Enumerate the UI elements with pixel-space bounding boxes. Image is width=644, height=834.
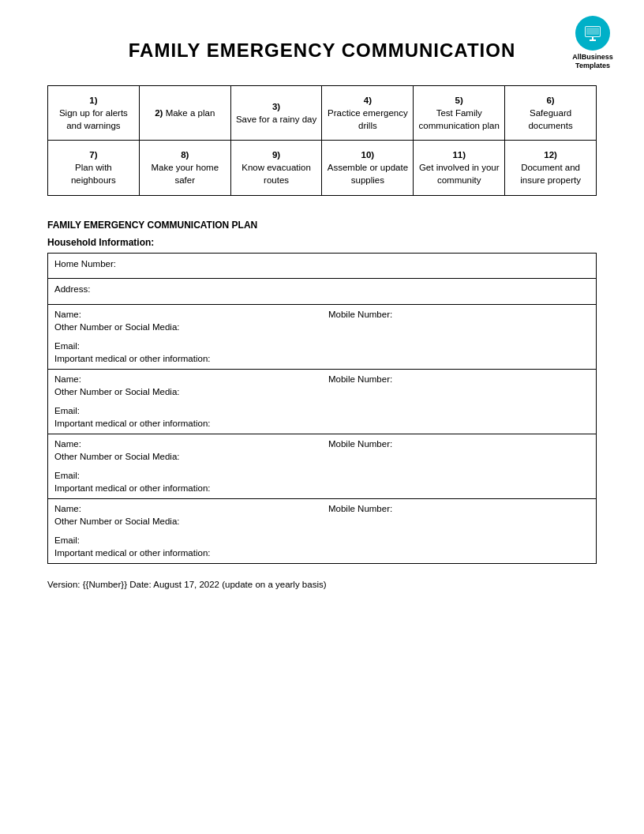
person-4-other-label: Other Number or Social Media: xyxy=(48,515,597,528)
step-12: 12)Document and insure property xyxy=(505,141,597,195)
address-label: Address: xyxy=(48,279,597,297)
person-4-mobile-label: Mobile Number: xyxy=(322,498,597,515)
step-4: 4)Practice emergency drills xyxy=(322,86,414,141)
person-2-email-spacer xyxy=(48,398,597,406)
person-3-email-spacer xyxy=(48,463,597,471)
step-6: 6)Safeguard documents xyxy=(505,86,597,141)
person-2-other-row: Other Number or Social Media: xyxy=(48,385,597,398)
person-2-medical-row: Important medical or other information: xyxy=(48,417,597,434)
logo-circle xyxy=(575,16,610,51)
person-1-email-row: Email: xyxy=(48,341,597,352)
home-number-row: Home Number: xyxy=(48,253,597,271)
person-4-medical-row: Important medical or other information: xyxy=(48,547,597,564)
step-3: 3)Save for a rainy day xyxy=(230,86,322,141)
step-7: 7)Plan with neighbours xyxy=(48,141,140,195)
person-3-medical-label: Important medical or other information: xyxy=(48,482,597,499)
person-1-medical-row: Important medical or other information: xyxy=(48,352,597,370)
brand-name: AllBusiness xyxy=(565,53,620,62)
address-row: Address: xyxy=(48,279,597,297)
step-8: 8)Make your home safer xyxy=(139,141,230,195)
person-3-email-label: Email: xyxy=(48,471,597,482)
person-1-email-label: Email: xyxy=(48,341,597,352)
person-3-other-row: Other Number or Social Media: xyxy=(48,450,597,463)
person-2-mobile-label: Mobile Number: xyxy=(322,369,597,385)
person-2-name-row: Name: Mobile Number: xyxy=(48,369,597,385)
person-4-email-spacer xyxy=(48,528,597,535)
step-10: 10)Assemble or update supplies xyxy=(322,141,414,195)
person-2-email-row: Email: xyxy=(48,406,597,417)
steps-row-2: 7)Plan with neighbours 8)Make your home … xyxy=(48,141,597,195)
person-4-other-row: Other Number or Social Media: xyxy=(48,515,597,528)
person-1-email-spacer xyxy=(48,333,597,341)
logo-area: AllBusiness Templates xyxy=(565,16,620,70)
svg-rect-4 xyxy=(586,28,599,35)
person-1-mobile-label: Mobile Number: xyxy=(322,304,597,321)
person-1-other-label: Other Number or Social Media: xyxy=(48,321,597,333)
steps-table: 1)Sign up for alerts and warnings 2) Mak… xyxy=(47,85,597,196)
address-spacer xyxy=(48,296,597,304)
brand-sub: Templates xyxy=(565,62,620,70)
step-1: 1)Sign up for alerts and warnings xyxy=(48,86,140,141)
home-number-spacer xyxy=(48,271,597,279)
step-2: 2) Make a plan xyxy=(139,86,230,141)
household-title: Household Information: xyxy=(47,237,597,248)
person-2-name-label: Name: xyxy=(48,369,323,385)
person-3-mobile-label: Mobile Number: xyxy=(322,434,597,450)
monitor-icon xyxy=(583,24,602,43)
person-3-name-row: Name: Mobile Number: xyxy=(48,434,597,450)
info-table: Home Number: Address: Name: Mobile Numbe… xyxy=(47,253,597,564)
person-4-name-label: Name: xyxy=(48,498,323,515)
home-number-label: Home Number: xyxy=(48,253,597,271)
version-text: Version: {{Number}} Date: August 17, 202… xyxy=(47,580,597,589)
person-3-other-label: Other Number or Social Media: xyxy=(48,450,597,463)
steps-row-1: 1)Sign up for alerts and warnings 2) Mak… xyxy=(48,86,597,141)
person-4-name-row: Name: Mobile Number: xyxy=(48,498,597,515)
person-1-name-row: Name: Mobile Number: xyxy=(48,304,597,321)
person-3-email-row: Email: xyxy=(48,471,597,482)
person-3-name-label: Name: xyxy=(48,434,323,450)
person-1-other-row: Other Number or Social Media: xyxy=(48,321,597,333)
person-3-medical-row: Important medical or other information: xyxy=(48,482,597,499)
step-11: 11)Get involved in your community xyxy=(414,141,505,195)
person-4-email-row: Email: xyxy=(48,535,597,547)
step-9: 9)Know evacuation routes xyxy=(230,141,322,195)
main-title: FAMILY EMERGENCY COMMUNICATION xyxy=(47,39,597,62)
person-4-medical-label: Important medical or other information: xyxy=(48,547,597,564)
plan-title: FAMILY EMERGENCY COMMUNICATION PLAN xyxy=(47,220,597,231)
person-2-medical-label: Important medical or other information: xyxy=(48,417,597,434)
person-4-email-label: Email: xyxy=(48,535,597,547)
person-1-name-label: Name: xyxy=(48,304,323,321)
person-2-other-label: Other Number or Social Media: xyxy=(48,385,597,398)
step-5: 5)Test Family communication plan xyxy=(414,86,505,141)
person-2-email-label: Email: xyxy=(48,406,597,417)
person-1-medical-label: Important medical or other information: xyxy=(48,352,597,370)
